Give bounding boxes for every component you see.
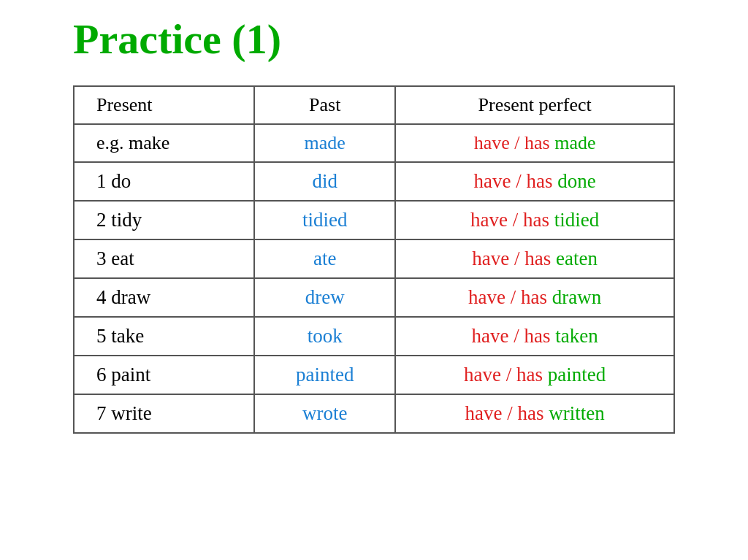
- cell-perfect: have / has made: [395, 124, 674, 162]
- perfect-verb-text: done: [557, 170, 595, 192]
- header-perfect: Present perfect: [395, 86, 674, 124]
- cell-present: 7 write: [74, 394, 254, 433]
- table-row: 6 paintpaintedhave / has painted: [74, 356, 674, 394]
- table-row: 5 taketookhave / has taken: [74, 317, 674, 356]
- have-has-text: have / has: [474, 132, 554, 153]
- cell-perfect: have / has painted: [395, 356, 674, 394]
- cell-past: drew: [254, 278, 395, 317]
- cell-past: made: [254, 124, 395, 162]
- perfect-verb-text: made: [554, 132, 595, 153]
- cell-past: painted: [254, 356, 395, 394]
- table-row: 7 writewrotehave / has written: [74, 394, 674, 433]
- perfect-verb-text: eaten: [556, 248, 598, 269]
- have-has-text: have / has: [465, 402, 549, 424]
- cell-present: 3 eat: [74, 239, 254, 278]
- have-has-text: have / has: [468, 286, 552, 308]
- table-container: Present Past Present perfect e.g. makema…: [73, 85, 675, 434]
- perfect-verb-text: taken: [555, 325, 598, 347]
- verb-table: Present Past Present perfect e.g. makema…: [73, 85, 675, 434]
- cell-past: tidied: [254, 201, 395, 239]
- page-title: Practice (1): [73, 15, 719, 64]
- perfect-verb-text: written: [549, 402, 604, 424]
- header-past: Past: [254, 86, 395, 124]
- cell-perfect: have / has written: [395, 394, 674, 433]
- cell-perfect: have / has drawn: [395, 278, 674, 317]
- perfect-verb-text: tidied: [554, 209, 600, 231]
- cell-perfect: have / has eaten: [395, 239, 674, 278]
- table-row: 2 tidytidiedhave / has tidied: [74, 201, 674, 239]
- have-has-text: have / has: [472, 325, 556, 347]
- cell-past: took: [254, 317, 395, 356]
- cell-perfect: have / has done: [395, 162, 674, 201]
- have-has-text: have / has: [474, 170, 558, 192]
- perfect-verb-text: drawn: [552, 286, 601, 308]
- cell-perfect: have / has taken: [395, 317, 674, 356]
- table-row: 4 drawdrewhave / has drawn: [74, 278, 674, 317]
- cell-past: wrote: [254, 394, 395, 433]
- cell-present: 5 take: [74, 317, 254, 356]
- cell-past: ate: [254, 239, 395, 278]
- cell-present: e.g. make: [74, 124, 254, 162]
- table-header-row: Present Past Present perfect: [74, 86, 674, 124]
- header-present: Present: [74, 86, 254, 124]
- cell-present: 6 paint: [74, 356, 254, 394]
- have-has-text: have / has: [472, 248, 556, 269]
- cell-past: did: [254, 162, 395, 201]
- have-has-text: have / has: [464, 364, 548, 386]
- perfect-verb-text: painted: [548, 364, 606, 386]
- have-has-text: have / has: [470, 209, 554, 231]
- cell-present: 2 tidy: [74, 201, 254, 239]
- table-row: 3 eatatehave / has eaten: [74, 239, 674, 278]
- cell-perfect: have / has tidied: [395, 201, 674, 239]
- cell-present: 1 do: [74, 162, 254, 201]
- table-row: e.g. makemadehave / has made: [74, 124, 674, 162]
- cell-present: 4 draw: [74, 278, 254, 317]
- table-row: 1 dodidhave / has done: [74, 162, 674, 201]
